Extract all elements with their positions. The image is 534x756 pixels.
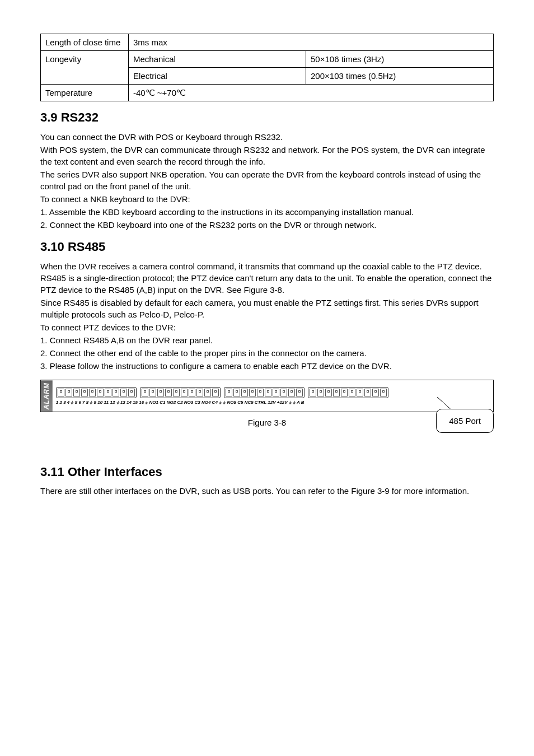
rs232-p1: You can connect the DVR with POS or Keyb… bbox=[40, 131, 494, 143]
heading-other-interfaces: 3.11 Other Interfaces bbox=[40, 464, 494, 481]
section-rs485-body: When the DVR receives a camera control c… bbox=[40, 260, 494, 372]
section-rs232-body: You can connect the DVR with POS or Keyb… bbox=[40, 131, 494, 231]
rs232-p3: The series DVR also support NKB operatio… bbox=[40, 169, 494, 192]
rs485-p6: 3. Please follow the instructions to con… bbox=[40, 360, 494, 372]
cell-mechanical-label: Mechanical bbox=[129, 51, 306, 68]
rs485-p3: To connect PTZ devices to the DVR: bbox=[40, 321, 494, 333]
spec-table: Length of close time 3ms max Longevity M… bbox=[40, 34, 494, 101]
figure-caption: Figure 3-8 bbox=[40, 417, 494, 428]
cell-mechanical-value: 50×106 times (3Hz) bbox=[306, 51, 494, 68]
rs485-p4: 1. Connect RS485 A,B on the DVR rear pan… bbox=[40, 334, 494, 346]
alarm-side-label: ALARM bbox=[41, 380, 53, 412]
rs232-p5: 1. Assemble the KBD keyboard according t… bbox=[40, 206, 494, 218]
cell-close-time-value: 3ms max bbox=[129, 34, 494, 51]
cell-electrical-value: 200×103 times (0.5Hz) bbox=[306, 68, 494, 85]
rs232-p2: With POS system, the DVR can communicate… bbox=[40, 144, 494, 167]
cell-temperature-value: -40℃ ~+70℃ bbox=[129, 85, 494, 101]
rs485-p5: 2. Connect the other end of the cable to… bbox=[40, 347, 494, 359]
terminal-row bbox=[56, 387, 490, 398]
cell-close-time-label: Length of close time bbox=[41, 34, 129, 51]
heading-rs485: 3.10 RS485 bbox=[40, 239, 494, 256]
cell-electrical-label: Electrical bbox=[129, 68, 306, 85]
rs485-p2: Since RS485 is disabled by default for e… bbox=[40, 297, 494, 320]
section-other-interfaces-body: There are still other interfaces on the … bbox=[40, 485, 494, 497]
cell-longevity-label: Longevity bbox=[41, 51, 129, 85]
cell-temperature-label: Temperature bbox=[41, 85, 129, 101]
callout-485-port: 485 Port bbox=[436, 409, 494, 433]
terminal-labels: 1 2 3 4 ⏚ 5 6 7 8 ⏚ 9 10 11 12 ⏚ 13 14 1… bbox=[56, 399, 490, 405]
rs485-p1: When the DVR receives a camera control c… bbox=[40, 260, 494, 296]
heading-rs232: 3.9 RS232 bbox=[40, 109, 494, 127]
rs232-p6: 2. Connect the KBD keyboard into one of … bbox=[40, 219, 494, 231]
alarm-terminal-strip: ALARM 1 2 3 4 ⏚ 5 6 7 8 ⏚ 9 10 11 12 ⏚ 1… bbox=[40, 380, 494, 412]
rs232-p4: To connect a NKB keyboard to the DVR: bbox=[40, 193, 494, 205]
figure-3-8: ALARM 1 2 3 4 ⏚ 5 6 7 8 ⏚ 9 10 11 12 ⏚ 1… bbox=[40, 380, 494, 441]
other-p1: There are still other interfaces on the … bbox=[40, 485, 494, 497]
